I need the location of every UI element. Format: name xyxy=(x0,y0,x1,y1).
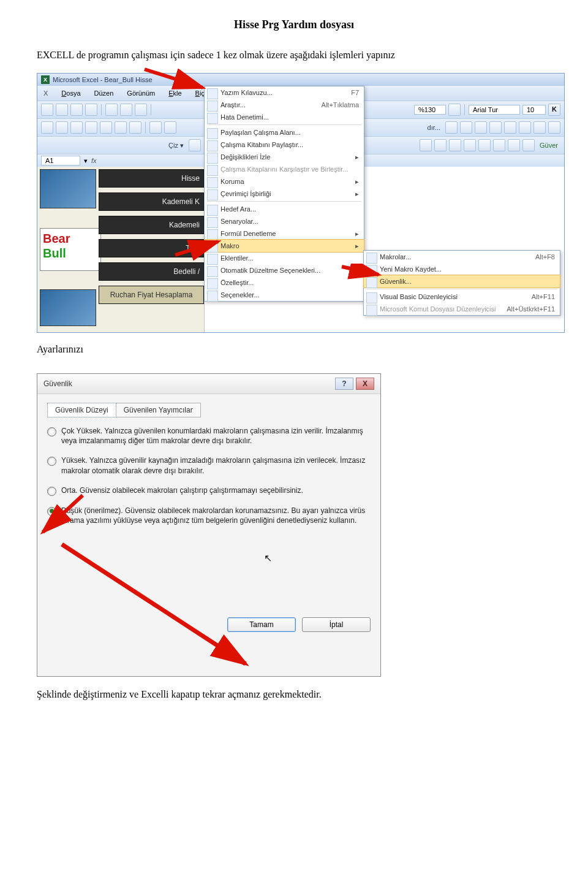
logo-bear-text: Bear xyxy=(43,231,98,246)
menu-item[interactable]: Hata Denetimi... xyxy=(205,111,364,123)
dialog-help-button[interactable]: ? xyxy=(335,378,353,390)
menu-item[interactable]: Yazım Kılavuzu...F7 xyxy=(205,86,364,99)
toolbar-btn[interactable] xyxy=(85,121,97,134)
toolbar-btn[interactable] xyxy=(129,121,141,134)
toolbar-btn[interactable] xyxy=(475,121,487,134)
toolbar-btn[interactable] xyxy=(464,139,476,151)
ciz-label[interactable]: Çiz ▾ xyxy=(166,142,186,150)
toolbar-btn[interactable] xyxy=(504,121,516,134)
menu-item[interactable]: Özelleştir... xyxy=(205,276,364,289)
toolbar-btn[interactable] xyxy=(85,104,97,116)
menu-item[interactable]: Paylaşılan Çalışma Alanı... xyxy=(205,126,364,139)
menu-item[interactable]: Formül Denetleme xyxy=(205,227,364,240)
dark-cell[interactable]: Bedelli / xyxy=(99,262,204,281)
toolbar-btn[interactable] xyxy=(434,139,447,151)
toolbar-btn[interactable] xyxy=(522,139,535,151)
radio-dusuk[interactable]: Düşük (önerilmez). Güvensiz olabilecek m… xyxy=(47,506,371,525)
toolbar-btn[interactable] xyxy=(56,104,68,116)
dark-cell[interactable]: Tem xyxy=(99,239,204,257)
toolbar-btn[interactable] xyxy=(164,121,176,134)
menu-ekle[interactable]: Ekle xyxy=(166,88,184,98)
fx-label[interactable]: fx xyxy=(91,157,97,164)
ok-button[interactable]: Tamam xyxy=(227,617,296,632)
tab-guvenlik-duzeyi[interactable]: Güvenlik Düzeyi xyxy=(47,403,116,417)
toolbar-btn[interactable] xyxy=(70,121,83,134)
radio-orta[interactable]: Orta. Güvensiz olabilecek makroları çalı… xyxy=(47,485,371,496)
dark-cell[interactable]: Hisse xyxy=(99,169,204,188)
submenu-item[interactable]: Microsoft Komut Dosyası DüzenleyicisiAlt… xyxy=(364,303,560,315)
menu-item-label: Otomatik Düzeltme Seçenekleri... xyxy=(221,267,320,274)
menu-item-label: Seçenekler... xyxy=(221,291,260,299)
toolbar-btn[interactable] xyxy=(41,121,53,134)
guver-label[interactable]: Güver xyxy=(537,142,560,149)
cancel-button[interactable]: İptal xyxy=(302,617,371,632)
radio-icon[interactable] xyxy=(47,487,56,496)
toolbar-btn[interactable] xyxy=(548,121,560,134)
bold-button[interactable]: K xyxy=(548,104,560,116)
cell-reference[interactable]: A1 xyxy=(41,156,80,166)
radio-label: Düşük (önerilmez). Güvensiz olabilecek m… xyxy=(61,506,371,525)
menu-item[interactable]: Hedef Ara... xyxy=(205,203,364,215)
toolbar-btn[interactable] xyxy=(449,139,461,151)
font-size[interactable]: 10 xyxy=(522,105,546,115)
zoom-value[interactable]: %130 xyxy=(414,105,446,115)
menu-item-label: Çalışma Kitaplarını Karşılaştır ve Birle… xyxy=(221,166,348,173)
menu-item[interactable]: Çalışma Kitabını Paylaştır... xyxy=(205,139,364,151)
menu-dosya[interactable]: Dosya xyxy=(59,88,83,98)
menu-item-icon xyxy=(207,278,218,289)
toolbar-btn[interactable] xyxy=(478,139,491,151)
dropdown-icon[interactable]: ▾ xyxy=(84,157,88,165)
dark-cell[interactable]: Kademeli K xyxy=(99,192,204,211)
radio-icon-checked[interactable] xyxy=(47,507,56,516)
toolbar-btn[interactable] xyxy=(508,139,520,151)
toolbar-btn[interactable] xyxy=(100,121,112,134)
menu-item[interactable]: Araştır...Alt+Tıklatma xyxy=(205,99,364,111)
toolbar-btn[interactable] xyxy=(533,121,546,134)
highlight-cell[interactable]: Ruchan Fiyat Hesaplama xyxy=(99,286,204,304)
radio-yuksek[interactable]: Yüksek. Yalnızca güvenilir kaynağın imza… xyxy=(47,455,371,475)
menu-item[interactable]: Senaryolar... xyxy=(205,215,364,227)
excel-app-icon: X xyxy=(41,75,50,84)
submenu-item[interactable]: Güvenlik... xyxy=(363,275,560,288)
menu-item[interactable]: Otomatik Düzeltme Seçenekleri... xyxy=(205,264,364,276)
toolbar-btn[interactable] xyxy=(519,121,531,134)
toolbar-btn[interactable] xyxy=(460,121,472,134)
toolbar-btn[interactable] xyxy=(149,121,162,134)
toolbar-btn[interactable] xyxy=(105,104,118,116)
menu-item[interactable]: Seçenekler... xyxy=(205,289,364,301)
menu-item[interactable]: Değişiklikleri İzle xyxy=(205,151,364,163)
radio-cok-yuksek[interactable]: Çok Yüksek. Yalnızca güvenilen konumlard… xyxy=(47,426,371,446)
toolbar-btn[interactable] xyxy=(70,104,83,116)
doc-intro: EXCELL de programın çalışması için sadec… xyxy=(37,50,551,61)
toolbar-btn[interactable] xyxy=(135,104,147,116)
menu-duzen[interactable]: Düzen xyxy=(92,88,116,98)
submenu-item[interactable]: Yeni Makro Kaydet... xyxy=(364,263,560,275)
menu-item[interactable]: Çalışma Kitaplarını Karşılaştır ve Birle… xyxy=(205,163,364,175)
tab-guvenilen-yayimcilar[interactable]: Güvenilen Yayımcılar xyxy=(116,403,201,417)
toolbar-btn[interactable] xyxy=(189,139,201,151)
menu-item[interactable]: Çevrimiçi İşbirliği xyxy=(205,188,364,200)
toolbar-btn[interactable] xyxy=(115,121,127,134)
toolbar-btn[interactable] xyxy=(445,121,458,134)
submenu-item[interactable]: Visual Basic DüzenleyicisiAlt+F11 xyxy=(364,291,560,303)
menu-gorunum[interactable]: Görünüm xyxy=(124,88,157,98)
menu-item[interactable]: Koruma xyxy=(205,175,364,188)
menu-item-label: Yeni Makro Kaydet... xyxy=(380,265,442,273)
toolbar-btn[interactable] xyxy=(41,104,53,116)
toolbar-btn[interactable] xyxy=(489,121,502,134)
toolbar-btn[interactable] xyxy=(56,121,68,134)
toolbar-btn[interactable] xyxy=(120,104,132,116)
toolbar-btn[interactable] xyxy=(493,139,505,151)
toolbar-btn[interactable] xyxy=(448,104,461,116)
menu-item[interactable]: Makro xyxy=(204,239,364,253)
submenu-item[interactable]: Makrolar...Alt+F8 xyxy=(364,251,560,263)
menu-item-label: Koruma xyxy=(221,178,244,185)
font-name[interactable]: Arial Tur xyxy=(469,105,520,115)
radio-icon[interactable] xyxy=(47,427,56,436)
dialog-close-button[interactable]: X xyxy=(356,378,374,390)
toolbar-btn[interactable] xyxy=(420,139,432,151)
radio-icon[interactable] xyxy=(47,457,56,466)
dark-cell[interactable]: Kademeli xyxy=(99,216,204,234)
menu-item-icon xyxy=(207,177,218,188)
menu-item[interactable]: Eklentiler... xyxy=(205,252,364,264)
